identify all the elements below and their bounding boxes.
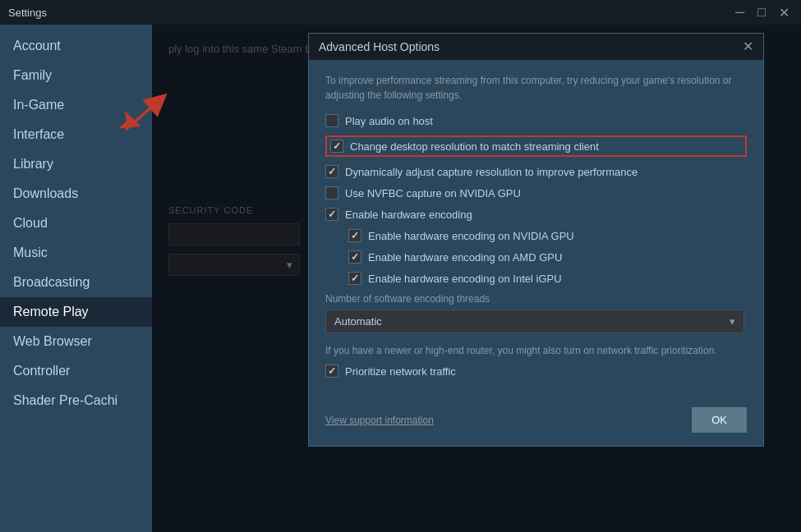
sidebar-item-cloud[interactable]: Cloud [0,209,152,238]
dialog-titlebar: Advanced Host Options ✕ [309,34,763,60]
checkbox-use-nvfbc[interactable] [325,186,338,200]
label-enable-hw-amd: Enable hardware encoding on AMD GPU [368,251,562,264]
settings-titlebar: Settings ─ □ ✕ [0,0,801,25]
label-dynamically-adjust: Dynamically adjust capture resolution to… [345,166,638,178]
dialog-content: To improve performance streaming from th… [309,60,763,399]
settings-body: Account Family In-Game Interface Library… [0,25,801,532]
encoding-threads-value: Automatic [334,315,382,328]
encoding-threads-label: Number of software encoding threads [325,293,747,305]
dialog-description: To improve performance streaming from th… [325,73,747,103]
ok-button[interactable]: OK [692,407,747,433]
prioritize-section: If you have a newer or high-end router, … [325,343,747,378]
window-close-button[interactable]: ✕ [776,5,793,21]
sidebar-item-webbrowser[interactable]: Web Browser [0,327,152,356]
sidebar-item-remoteplay[interactable]: Remote Play [0,297,152,327]
option-enable-hw-nvidia: Enable hardware encoding on NVIDIA GPU [348,229,747,242]
modal-overlay: ➤ Advanced Host Options ✕ To improve per… [152,25,801,532]
label-change-desktop: Change desktop resolution to match strea… [350,140,599,153]
label-use-nvfbc: Use NVFBC capture on NVIDIA GPU [345,187,521,200]
minimize-button[interactable]: ─ [732,5,748,20]
dialog-title: Advanced Host Options [319,40,440,53]
sidebar-item-broadcasting[interactable]: Broadcasting [0,268,152,297]
sidebar-item-music[interactable]: Music [0,238,152,268]
option-prioritize: Prioritize network traffic [325,365,747,378]
encoding-threads-dropdown[interactable]: Automatic ▾ [325,310,744,333]
settings-window: Settings ─ □ ✕ Account Family In-Game In… [0,0,801,532]
maximize-button[interactable]: □ [754,5,769,20]
settings-title: Settings [8,7,47,19]
option-enable-hw-amd: Enable hardware encoding on AMD GPU [348,250,747,264]
label-play-audio: Play audio on host [345,115,433,127]
sidebar-item-family[interactable]: Family [0,61,152,90]
checkbox-dynamically-adjust[interactable] [325,165,338,178]
support-link[interactable]: View support information [325,415,434,426]
sidebar-item-library[interactable]: Library [0,149,152,179]
advanced-host-options-dialog: Advanced Host Options ✕ To improve perfo… [308,33,764,447]
checkbox-prioritize[interactable] [325,365,338,378]
checkbox-change-desktop[interactable] [330,140,343,153]
label-enable-hw: Enable hardware encoding [345,209,472,221]
option-enable-hw-intel: Enable hardware encoding on Intel iGPU [348,272,747,285]
sidebar-item-downloads[interactable]: Downloads [0,179,152,209]
sidebar-item-shaderprecache[interactable]: Shader Pre-Cachi [0,386,152,415]
dialog-footer: View support information OK [309,399,763,446]
label-enable-hw-nvidia: Enable hardware encoding on NVIDIA GPU [368,230,574,242]
main-panel: ply log into this same Steam Link. SECUR… [152,25,801,532]
checkbox-enable-hw-amd[interactable] [348,250,361,264]
label-enable-hw-intel: Enable hardware encoding on Intel iGPU [368,273,562,285]
sidebar-item-interface[interactable]: Interface [0,120,152,149]
checkbox-enable-hw-intel[interactable] [348,272,361,285]
option-use-nvfbc: Use NVFBC capture on NVIDIA GPU [325,186,747,200]
window-controls: ─ □ ✕ [732,5,793,21]
sidebar-item-ingame[interactable]: In-Game [0,90,152,120]
prioritize-description: If you have a newer or high-end router, … [325,343,747,358]
option-enable-hw: Enable hardware encoding [325,208,747,221]
dialog-close-button[interactable]: ✕ [743,40,753,53]
encoding-dropdown-arrow-icon: ▾ [730,315,735,328]
encoding-threads-section: Number of software encoding threads Auto… [325,293,747,333]
checkbox-enable-hw-nvidia[interactable] [348,229,361,242]
checkbox-enable-hw[interactable] [325,208,338,221]
sidebar: Account Family In-Game Interface Library… [0,25,152,532]
label-prioritize: Prioritize network traffic [345,365,456,378]
option-play-audio: Play audio on host [325,114,747,127]
sidebar-item-controller[interactable]: Controller [0,356,152,386]
option-change-desktop-highlighted: Change desktop resolution to match strea… [325,135,747,157]
sidebar-item-account[interactable]: Account [0,31,152,61]
option-dynamically-adjust: Dynamically adjust capture resolution to… [325,165,747,178]
checkbox-play-audio[interactable] [325,114,338,127]
